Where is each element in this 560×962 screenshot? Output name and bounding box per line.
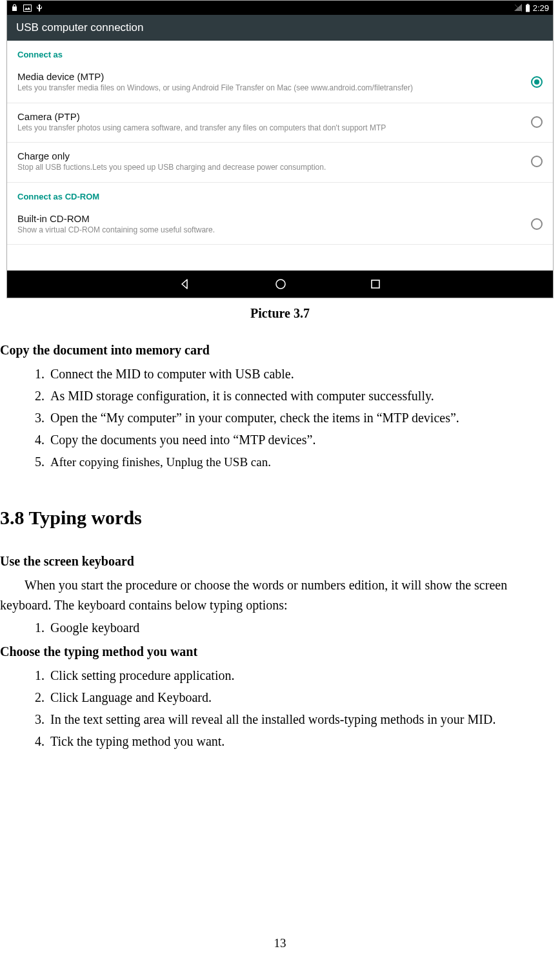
lock-icon bbox=[11, 4, 18, 12]
option-title: Charge only bbox=[17, 150, 518, 161]
keyboard-paragraph: When you start the procedure or choose t… bbox=[0, 575, 555, 615]
copy-steps-list: Connect the MID to computer with USB cab… bbox=[34, 364, 555, 472]
list-item: Connect the MID to computer with USB cab… bbox=[48, 364, 555, 384]
option-charge-only[interactable]: Charge only Stop all USB fuctions.Lets y… bbox=[7, 143, 553, 183]
option-cdrom[interactable]: Built-in CD-ROM Show a virtual CD-ROM co… bbox=[7, 205, 553, 245]
copy-heading: Copy the document into memory card bbox=[0, 340, 555, 360]
svg-rect-2 bbox=[526, 5, 530, 12]
option-subtitle: Lets you transfer media files on Windows… bbox=[17, 83, 518, 94]
svg-rect-0 bbox=[24, 5, 32, 11]
section-heading-typing: 3.8 Typing words bbox=[0, 503, 555, 533]
nav-home-icon[interactable] bbox=[275, 278, 286, 290]
choose-method-heading: Choose the typing method you want bbox=[0, 642, 555, 662]
list-item: Click setting procedure application. bbox=[48, 666, 555, 686]
option-title: Built-in CD-ROM bbox=[17, 213, 518, 224]
page-number: 13 bbox=[0, 936, 560, 950]
screen-title: USB computer connection bbox=[7, 15, 553, 41]
list-item: Google keyboard bbox=[48, 618, 555, 638]
svg-rect-3 bbox=[526, 4, 528, 5]
section-connect-as: Connect as bbox=[7, 41, 553, 63]
option-subtitle: Stop all USB fuctions.Lets you speed up … bbox=[17, 163, 518, 173]
option-mtp[interactable]: Media device (MTP) Lets you transfer med… bbox=[7, 63, 553, 103]
radio-selected-icon[interactable] bbox=[531, 76, 543, 88]
android-navbar bbox=[7, 271, 553, 298]
no-signal-icon bbox=[514, 4, 523, 12]
list-item: Open the “My computer” in your computer,… bbox=[48, 408, 555, 428]
svg-point-4 bbox=[276, 280, 285, 289]
radio-icon[interactable] bbox=[531, 116, 543, 128]
list-item: Tick the typing method you want. bbox=[48, 732, 555, 752]
use-keyboard-heading: Use the screen keyboard bbox=[0, 551, 555, 571]
radio-icon[interactable] bbox=[531, 218, 543, 230]
figure-caption: Picture 3.7 bbox=[0, 306, 560, 321]
list-item: Click Language and Keyboard. bbox=[48, 688, 555, 708]
android-screenshot: 2:29 USB computer connection Connect as … bbox=[6, 0, 554, 298]
status-time: 2:29 bbox=[533, 3, 549, 13]
list-item: Copy the documents you need into “MTP de… bbox=[48, 430, 555, 450]
nav-recent-icon[interactable] bbox=[370, 279, 381, 289]
option-subtitle: Lets you transfer photos using camera so… bbox=[17, 123, 518, 134]
svg-rect-5 bbox=[372, 280, 379, 288]
status-bar: 2:29 bbox=[7, 1, 553, 15]
list-item: After copying finishes, Unplug the USB c… bbox=[48, 452, 555, 472]
list-item: In the text setting area will reveal all… bbox=[48, 710, 555, 730]
option-title: Camera (PTP) bbox=[17, 111, 518, 122]
gallery-icon bbox=[23, 5, 32, 12]
option-ptp[interactable]: Camera (PTP) Lets you transfer photos us… bbox=[7, 103, 553, 143]
nav-back-icon[interactable] bbox=[179, 278, 191, 290]
keyboard-options-list: Google keyboard bbox=[34, 618, 555, 638]
section-cdrom: Connect as CD-ROM bbox=[7, 183, 553, 205]
option-subtitle: Show a virtual CD-ROM containing some us… bbox=[17, 225, 518, 236]
option-title: Media device (MTP) bbox=[17, 71, 518, 82]
battery-icon bbox=[525, 4, 530, 12]
usb-icon bbox=[37, 4, 42, 12]
choose-method-steps: Click setting procedure application. Cli… bbox=[34, 666, 555, 752]
list-item: As MID storage configuration, it is conn… bbox=[48, 386, 555, 406]
radio-icon[interactable] bbox=[531, 156, 543, 167]
